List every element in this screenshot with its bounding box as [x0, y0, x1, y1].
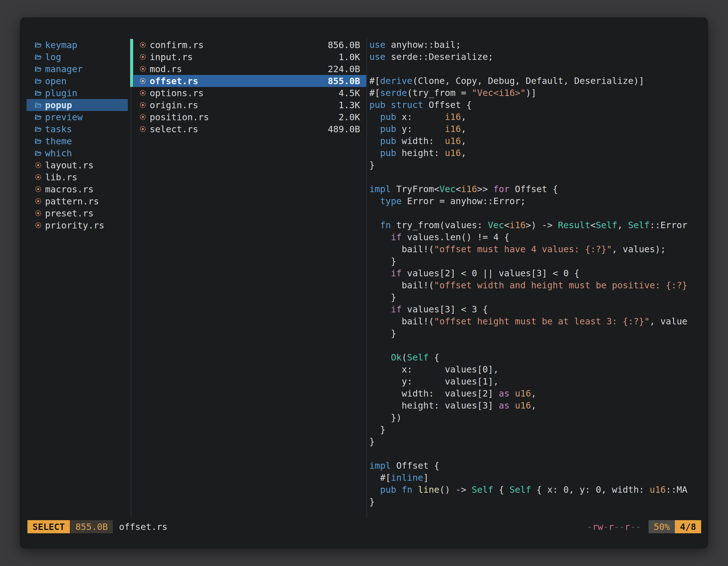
code-line: type Error = anyhow::Error; — [369, 195, 706, 207]
sidebar-item-label: popup — [45, 100, 72, 111]
file-name: select.rs — [150, 124, 198, 135]
sidebar-item-manager[interactable]: manager — [27, 63, 128, 75]
status-filename: offset.rs — [119, 522, 167, 532]
sidebar-item-label: preview — [45, 112, 83, 123]
sidebar-item-label: plugin — [45, 88, 78, 98]
sidebar-item-open[interactable]: open — [27, 75, 128, 87]
sidebar-item-priority-rs[interactable]: priority.rs — [27, 219, 128, 231]
code-line — [369, 207, 706, 219]
code-line: bail!("offset must have 4 values: {:?}",… — [369, 243, 706, 255]
code-line: #[inline] — [369, 472, 706, 484]
code-line — [369, 63, 706, 75]
file-name: confirm.rs — [150, 40, 204, 50]
code-line: bail!("offset width and height must be p… — [369, 280, 706, 291]
permissions: -rw-r--r-- — [587, 522, 641, 532]
sidebar-item-lib-rs[interactable]: lib.rs — [27, 171, 128, 183]
current-pane file-list: confirm.rs856.0Binput.rs1.0Kmod.rs224.0B… — [133, 39, 366, 135]
code-line: } — [369, 159, 706, 171]
rust-file-icon — [139, 65, 147, 73]
file-size: 224.0B — [328, 64, 360, 74]
code-line: if values[2] < 0 || values[3] < 0 { — [369, 267, 706, 280]
code-line: x: values[0], — [369, 363, 706, 375]
folder-open-icon — [34, 137, 42, 145]
file-name: mod.rs — [150, 64, 182, 74]
folder-open-icon — [34, 65, 42, 73]
rust-file-icon — [139, 77, 147, 85]
file-row-mod-rs[interactable]: mod.rs224.0B — [133, 63, 366, 75]
sidebar-item-preset-rs[interactable]: preset.rs — [27, 207, 128, 219]
sidebar-item-macros-rs[interactable]: macros.rs — [27, 183, 128, 195]
file-list-scrollbar[interactable] — [130, 39, 133, 87]
sidebar-item-label: keymap — [45, 40, 78, 50]
folder-open-icon — [34, 125, 42, 133]
file-row-position-rs[interactable]: position.rs2.0K — [133, 111, 366, 123]
file-row-options-rs[interactable]: options.rs4.5K — [133, 87, 366, 99]
sidebar-item-preview[interactable]: preview — [27, 111, 128, 123]
file-size-badge: 855.0B — [71, 520, 113, 533]
sidebar-item-tasks[interactable]: tasks — [27, 123, 128, 135]
status-bar-right: -rw-r--r-- 50% 4/8 — [587, 520, 701, 533]
sidebar-item-label: manager — [45, 64, 83, 74]
sidebar-item-popup[interactable]: popup — [27, 99, 128, 111]
code-line: if values.len() != 4 { — [369, 231, 706, 243]
parent-pane sidebar-list: keymaplogmanageropenpluginpopuppreviewta… — [27, 39, 128, 231]
code-line: } — [369, 327, 706, 339]
folder-open-icon — [34, 113, 42, 121]
code-line: } — [369, 496, 706, 508]
file-row-confirm-rs[interactable]: confirm.rs856.0B — [133, 39, 366, 51]
folder-open-icon — [34, 77, 42, 85]
sidebar-item-pattern-rs[interactable]: pattern.rs — [27, 195, 128, 207]
rust-file-icon — [139, 41, 147, 49]
file-name: origin.rs — [150, 100, 198, 111]
terminal-window: keymaplogmanageropenpluginpopuppreviewta… — [20, 17, 708, 549]
status-bar: SELECT 855.0B offset.rs -rw-r--r-- 50% 4… — [27, 520, 701, 533]
sidebar-item-which[interactable]: which — [27, 147, 128, 159]
file-size: 1.3K — [339, 100, 360, 111]
rust-file-icon — [139, 125, 147, 133]
file-row-origin-rs[interactable]: origin.rs1.3K — [133, 99, 366, 111]
folder-open-icon — [34, 101, 42, 109]
rust-file-icon — [139, 101, 147, 109]
rust-file-icon — [34, 186, 42, 193]
code-line: y: values[1], — [369, 375, 706, 387]
sidebar-item-label: pattern.rs — [45, 196, 99, 207]
code-line: pub fn line() -> Self { Self { x: 0, y: … — [369, 484, 706, 496]
rust-file-icon — [34, 210, 42, 217]
mode-badge: SELECT — [27, 520, 70, 533]
file-size: 489.0B — [328, 124, 360, 135]
sidebar-item-label: macros.rs — [45, 184, 93, 195]
code-line — [369, 339, 706, 351]
code-line: if values[3] < 3 { — [369, 303, 706, 315]
rust-file-icon — [139, 89, 147, 97]
code-line: } — [369, 424, 706, 436]
file-size: 4.5K — [339, 88, 360, 98]
code-lines: use anyhow::bail;use serde::Deserialize;… — [369, 39, 706, 508]
sidebar-item-label: log — [45, 52, 61, 62]
code-line: }) — [369, 412, 706, 424]
pane-divider-right — [367, 37, 367, 518]
code-line: } — [369, 291, 706, 303]
sidebar-item-label: layout.rs — [45, 160, 93, 171]
sidebar-item-layout-rs[interactable]: layout.rs — [27, 159, 128, 171]
sidebar-item-log[interactable]: log — [27, 51, 128, 63]
code-line: impl Offset { — [369, 460, 706, 472]
sidebar-item-keymap[interactable]: keymap — [27, 39, 128, 51]
sidebar-item-label: which — [45, 148, 72, 159]
code-line: } — [369, 436, 706, 448]
file-name: position.rs — [150, 112, 209, 123]
sidebar-item-plugin[interactable]: plugin — [27, 87, 128, 99]
code-line: pub x: i16, — [369, 111, 706, 123]
rust-file-icon — [34, 198, 42, 205]
file-row-offset-rs[interactable]: offset.rs855.0B — [133, 75, 366, 87]
code-line: Ok(Self { — [369, 351, 706, 363]
code-line: bail!("offset height must be at least 3:… — [369, 315, 706, 327]
code-line — [369, 171, 706, 183]
file-row-select-rs[interactable]: select.rs489.0B — [133, 123, 366, 135]
file-size: 855.0B — [328, 76, 360, 86]
code-line: use anyhow::bail; — [369, 39, 706, 51]
sidebar-item-label: preset.rs — [45, 208, 93, 219]
sidebar-item-theme[interactable]: theme — [27, 135, 128, 147]
code-line: } — [369, 255, 706, 267]
file-row-input-rs[interactable]: input.rs1.0K — [133, 51, 366, 63]
folder-open-icon — [34, 149, 42, 157]
